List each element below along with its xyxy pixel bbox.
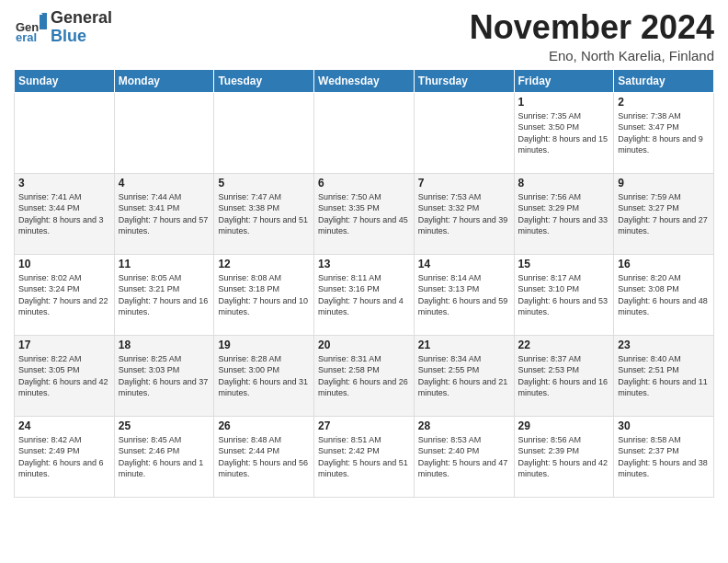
day-info-20: Sunrise: 8:31 AM Sunset: 2:58 PM Dayligh…: [318, 353, 410, 399]
calendar-cell-1-4: 7Sunrise: 7:53 AM Sunset: 3:32 PM Daylig…: [414, 173, 514, 254]
month-title: November 2024: [470, 9, 714, 46]
logo-text: General Blue: [51, 9, 112, 46]
calendar-cell-2-0: 10Sunrise: 8:02 AM Sunset: 3:24 PM Dayli…: [15, 254, 115, 335]
day-number-4: 4: [119, 177, 210, 190]
calendar-cell-4-2: 26Sunrise: 8:48 AM Sunset: 2:44 PM Dayli…: [214, 416, 314, 497]
week-row-4: 17Sunrise: 8:22 AM Sunset: 3:05 PM Dayli…: [15, 335, 714, 416]
calendar-cell-1-0: 3Sunrise: 7:41 AM Sunset: 3:44 PM Daylig…: [15, 173, 115, 254]
calendar-cell-1-3: 6Sunrise: 7:50 AM Sunset: 3:35 PM Daylig…: [314, 173, 415, 254]
calendar-cell-2-2: 12Sunrise: 8:08 AM Sunset: 3:18 PM Dayli…: [214, 254, 314, 335]
col-thursday: Thursday: [414, 69, 514, 92]
day-number-19: 19: [218, 339, 310, 351]
day-number-25: 25: [119, 419, 210, 432]
calendar-cell-0-6: 2Sunrise: 7:38 AM Sunset: 3:47 PM Daylig…: [614, 92, 714, 173]
day-info-21: Sunrise: 8:34 AM Sunset: 2:55 PM Dayligh…: [418, 353, 510, 399]
day-info-9: Sunrise: 7:59 AM Sunset: 3:27 PM Dayligh…: [618, 191, 710, 237]
col-saturday: Saturday: [614, 69, 714, 92]
calendar-cell-2-3: 13Sunrise: 8:11 AM Sunset: 3:16 PM Dayli…: [314, 254, 415, 335]
day-number-22: 22: [518, 339, 610, 351]
calendar-cell-4-0: 24Sunrise: 8:42 AM Sunset: 2:49 PM Dayli…: [15, 416, 115, 497]
day-info-17: Sunrise: 8:22 AM Sunset: 3:05 PM Dayligh…: [18, 353, 110, 399]
calendar-cell-0-5: 1Sunrise: 7:35 AM Sunset: 3:50 PM Daylig…: [514, 92, 614, 173]
day-number-16: 16: [618, 258, 710, 270]
day-info-6: Sunrise: 7:50 AM Sunset: 3:35 PM Dayligh…: [318, 191, 410, 237]
calendar-cell-0-1: [114, 92, 214, 173]
week-row-5: 24Sunrise: 8:42 AM Sunset: 2:49 PM Dayli…: [15, 416, 714, 497]
day-number-30: 30: [618, 419, 710, 432]
day-info-19: Sunrise: 8:28 AM Sunset: 3:00 PM Dayligh…: [218, 353, 310, 399]
week-row-1: 1Sunrise: 7:35 AM Sunset: 3:50 PM Daylig…: [15, 92, 714, 173]
day-info-10: Sunrise: 8:02 AM Sunset: 3:24 PM Dayligh…: [18, 272, 110, 318]
col-tuesday: Tuesday: [214, 69, 314, 92]
day-number-24: 24: [18, 419, 110, 432]
calendar-cell-0-3: [314, 92, 415, 173]
day-info-11: Sunrise: 8:05 AM Sunset: 3:21 PM Dayligh…: [119, 272, 210, 318]
day-number-8: 8: [518, 177, 610, 190]
day-number-7: 7: [418, 177, 510, 190]
day-info-23: Sunrise: 8:40 AM Sunset: 2:51 PM Dayligh…: [618, 353, 710, 399]
day-number-10: 10: [18, 258, 110, 270]
calendar-cell-1-5: 8Sunrise: 7:56 AM Sunset: 3:29 PM Daylig…: [514, 173, 614, 254]
day-info-1: Sunrise: 7:35 AM Sunset: 3:50 PM Dayligh…: [518, 110, 610, 156]
day-number-12: 12: [218, 258, 310, 270]
day-info-13: Sunrise: 8:11 AM Sunset: 3:16 PM Dayligh…: [318, 272, 410, 318]
svg-text:eral: eral: [16, 30, 37, 44]
day-info-14: Sunrise: 8:14 AM Sunset: 3:13 PM Dayligh…: [418, 272, 510, 318]
logo-general-text: General: [51, 9, 112, 28]
page: Gen eral General Blue November 2024 Eno,…: [0, 0, 728, 563]
day-number-1: 1: [518, 96, 610, 109]
day-number-26: 26: [218, 419, 310, 432]
week-row-3: 10Sunrise: 8:02 AM Sunset: 3:24 PM Dayli…: [15, 254, 714, 335]
day-info-27: Sunrise: 8:51 AM Sunset: 2:42 PM Dayligh…: [318, 434, 410, 480]
day-info-3: Sunrise: 7:41 AM Sunset: 3:44 PM Dayligh…: [18, 191, 110, 237]
calendar-cell-4-5: 29Sunrise: 8:56 AM Sunset: 2:39 PM Dayli…: [514, 416, 614, 497]
calendar-cell-0-0: [15, 92, 115, 173]
day-number-23: 23: [618, 339, 710, 351]
calendar-cell-3-4: 21Sunrise: 8:34 AM Sunset: 2:55 PM Dayli…: [414, 335, 514, 416]
day-info-8: Sunrise: 7:56 AM Sunset: 3:29 PM Dayligh…: [518, 191, 610, 237]
calendar-cell-2-4: 14Sunrise: 8:14 AM Sunset: 3:13 PM Dayli…: [414, 254, 514, 335]
calendar-cell-4-3: 27Sunrise: 8:51 AM Sunset: 2:42 PM Dayli…: [314, 416, 415, 497]
calendar-cell-4-1: 25Sunrise: 8:45 AM Sunset: 2:46 PM Dayli…: [114, 416, 214, 497]
logo: Gen eral General Blue: [14, 9, 112, 46]
calendar-cell-0-2: [214, 92, 314, 173]
day-number-5: 5: [218, 177, 310, 190]
week-row-2: 3Sunrise: 7:41 AM Sunset: 3:44 PM Daylig…: [15, 173, 714, 254]
calendar-cell-0-4: [414, 92, 514, 173]
day-info-26: Sunrise: 8:48 AM Sunset: 2:44 PM Dayligh…: [218, 434, 310, 480]
day-number-13: 13: [318, 258, 410, 270]
calendar-cell-2-5: 15Sunrise: 8:17 AM Sunset: 3:10 PM Dayli…: [514, 254, 614, 335]
calendar-cell-4-6: 30Sunrise: 8:58 AM Sunset: 2:37 PM Dayli…: [614, 416, 714, 497]
day-number-17: 17: [18, 339, 110, 351]
day-number-9: 9: [618, 177, 710, 190]
calendar-cell-1-6: 9Sunrise: 7:59 AM Sunset: 3:27 PM Daylig…: [614, 173, 714, 254]
day-info-30: Sunrise: 8:58 AM Sunset: 2:37 PM Dayligh…: [618, 434, 710, 480]
calendar-cell-3-5: 22Sunrise: 8:37 AM Sunset: 2:53 PM Dayli…: [514, 335, 614, 416]
calendar-cell-3-6: 23Sunrise: 8:40 AM Sunset: 2:51 PM Dayli…: [614, 335, 714, 416]
day-number-14: 14: [418, 258, 510, 270]
calendar-cell-3-0: 17Sunrise: 8:22 AM Sunset: 3:05 PM Dayli…: [15, 335, 115, 416]
day-info-15: Sunrise: 8:17 AM Sunset: 3:10 PM Dayligh…: [518, 272, 610, 318]
day-number-21: 21: [418, 339, 510, 351]
day-info-7: Sunrise: 7:53 AM Sunset: 3:32 PM Dayligh…: [418, 191, 510, 237]
calendar-table: Sunday Monday Tuesday Wednesday Thursday…: [14, 69, 714, 498]
logo-blue-text: Blue: [51, 28, 112, 46]
day-info-5: Sunrise: 7:47 AM Sunset: 3:38 PM Dayligh…: [218, 191, 310, 237]
calendar-cell-3-2: 19Sunrise: 8:28 AM Sunset: 3:00 PM Dayli…: [214, 335, 314, 416]
col-friday: Friday: [514, 69, 614, 92]
header: Gen eral General Blue November 2024 Eno,…: [14, 9, 714, 63]
day-info-4: Sunrise: 7:44 AM Sunset: 3:41 PM Dayligh…: [119, 191, 210, 237]
day-info-12: Sunrise: 8:08 AM Sunset: 3:18 PM Dayligh…: [218, 272, 310, 318]
day-number-20: 20: [318, 339, 410, 351]
logo-icon: Gen eral: [14, 11, 47, 44]
day-number-15: 15: [518, 258, 610, 270]
col-monday: Monday: [114, 69, 214, 92]
day-info-28: Sunrise: 8:53 AM Sunset: 2:40 PM Dayligh…: [418, 434, 510, 480]
day-info-2: Sunrise: 7:38 AM Sunset: 3:47 PM Dayligh…: [618, 110, 710, 156]
calendar-cell-3-3: 20Sunrise: 8:31 AM Sunset: 2:58 PM Dayli…: [314, 335, 415, 416]
calendar-cell-1-2: 5Sunrise: 7:47 AM Sunset: 3:38 PM Daylig…: [214, 173, 314, 254]
day-number-6: 6: [318, 177, 410, 190]
location-title: Eno, North Karelia, Finland: [470, 48, 714, 63]
calendar-cell-2-1: 11Sunrise: 8:05 AM Sunset: 3:21 PM Dayli…: [114, 254, 214, 335]
col-sunday: Sunday: [15, 69, 115, 92]
